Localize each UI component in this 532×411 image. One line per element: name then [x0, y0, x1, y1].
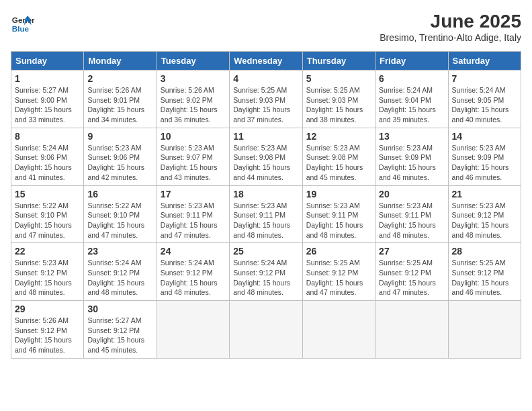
- calendar-cell: 28Sunrise: 5:25 AMSunset: 9:12 PMDayligh…: [448, 243, 521, 301]
- col-monday: Monday: [84, 52, 157, 71]
- day-number: 20: [379, 189, 444, 199]
- day-info: Sunrise: 5:22 AMSunset: 9:10 PMDaylight:…: [15, 201, 80, 240]
- day-number: 28: [452, 246, 517, 257]
- day-number: 23: [87, 246, 152, 257]
- page-header: General Blue June 2025 Bresimo, Trentino…: [11, 11, 521, 43]
- calendar-row: 15Sunrise: 5:22 AMSunset: 9:10 PMDayligh…: [11, 185, 521, 243]
- day-info: Sunrise: 5:25 AMSunset: 9:03 PMDaylight:…: [233, 85, 298, 125]
- main-title: June 2025: [380, 11, 521, 32]
- day-info: Sunrise: 5:24 AMSunset: 9:05 PMDaylight:…: [452, 85, 517, 125]
- logo: General Blue: [11, 11, 35, 35]
- calendar-cell: [448, 301, 521, 359]
- day-number: 30: [87, 304, 152, 314]
- calendar-cell: 1Sunrise: 5:27 AMSunset: 9:00 PMDaylight…: [11, 71, 84, 128]
- day-info: Sunrise: 5:25 AMSunset: 9:03 PMDaylight:…: [306, 85, 371, 125]
- day-info: Sunrise: 5:23 AMSunset: 9:11 PMDaylight:…: [161, 201, 226, 240]
- day-info: Sunrise: 5:23 AMSunset: 9:11 PMDaylight:…: [306, 201, 371, 240]
- day-number: 7: [452, 73, 517, 84]
- day-info: Sunrise: 5:23 AMSunset: 9:11 PMDaylight:…: [233, 201, 298, 240]
- calendar-cell: [230, 301, 302, 359]
- calendar-row: 29Sunrise: 5:26 AMSunset: 9:12 PMDayligh…: [11, 301, 521, 359]
- day-number: 6: [379, 73, 444, 84]
- calendar-cell: 4Sunrise: 5:25 AMSunset: 9:03 PMDaylight…: [230, 71, 302, 128]
- calendar-cell: 14Sunrise: 5:23 AMSunset: 9:09 PMDayligh…: [448, 128, 521, 185]
- calendar-cell: 25Sunrise: 5:24 AMSunset: 9:12 PMDayligh…: [230, 243, 302, 301]
- calendar-cell: 13Sunrise: 5:23 AMSunset: 9:09 PMDayligh…: [375, 128, 448, 185]
- calendar-header-row: Sunday Monday Tuesday Wednesday Thursday…: [11, 52, 521, 71]
- calendar-cell: 17Sunrise: 5:23 AMSunset: 9:11 PMDayligh…: [157, 185, 229, 243]
- calendar-cell: 2Sunrise: 5:26 AMSunset: 9:01 PMDaylight…: [84, 71, 157, 128]
- day-number: 9: [87, 131, 152, 142]
- day-info: Sunrise: 5:23 AMSunset: 9:09 PMDaylight:…: [452, 143, 517, 183]
- day-info: Sunrise: 5:22 AMSunset: 9:10 PMDaylight:…: [87, 201, 152, 240]
- day-number: 2: [87, 73, 152, 84]
- calendar-cell: 15Sunrise: 5:22 AMSunset: 9:10 PMDayligh…: [11, 185, 84, 243]
- calendar-cell: 3Sunrise: 5:26 AMSunset: 9:02 PMDaylight…: [157, 71, 229, 128]
- day-number: 13: [379, 131, 444, 142]
- subtitle: Bresimo, Trentino-Alto Adige, Italy: [380, 32, 521, 43]
- calendar-row: 1Sunrise: 5:27 AMSunset: 9:00 PMDaylight…: [11, 71, 521, 128]
- day-number: 15: [15, 189, 80, 199]
- day-number: 14: [452, 131, 517, 142]
- day-info: Sunrise: 5:26 AMSunset: 9:12 PMDaylight:…: [15, 316, 80, 355]
- day-number: 17: [161, 189, 226, 199]
- calendar-cell: 20Sunrise: 5:23 AMSunset: 9:11 PMDayligh…: [375, 185, 448, 243]
- col-saturday: Saturday: [448, 52, 521, 71]
- calendar-cell: 26Sunrise: 5:25 AMSunset: 9:12 PMDayligh…: [302, 243, 375, 301]
- calendar-cell: 24Sunrise: 5:24 AMSunset: 9:12 PMDayligh…: [157, 243, 229, 301]
- calendar-cell: 30Sunrise: 5:27 AMSunset: 9:12 PMDayligh…: [84, 301, 157, 359]
- calendar-cell: 8Sunrise: 5:24 AMSunset: 9:06 PMDaylight…: [11, 128, 84, 185]
- day-info: Sunrise: 5:24 AMSunset: 9:12 PMDaylight:…: [233, 258, 298, 298]
- day-info: Sunrise: 5:23 AMSunset: 9:12 PMDaylight:…: [15, 258, 80, 298]
- col-friday: Friday: [375, 52, 448, 71]
- svg-text:Blue: Blue: [12, 24, 30, 33]
- day-number: 25: [233, 246, 298, 257]
- calendar-cell: 18Sunrise: 5:23 AMSunset: 9:11 PMDayligh…: [230, 185, 302, 243]
- calendar-cell: 27Sunrise: 5:25 AMSunset: 9:12 PMDayligh…: [375, 243, 448, 301]
- day-number: 1: [15, 73, 80, 84]
- day-number: 21: [452, 189, 517, 199]
- day-info: Sunrise: 5:25 AMSunset: 9:12 PMDaylight:…: [306, 258, 371, 298]
- calendar-cell: 23Sunrise: 5:24 AMSunset: 9:12 PMDayligh…: [84, 243, 157, 301]
- col-sunday: Sunday: [11, 52, 84, 71]
- calendar-cell: 19Sunrise: 5:23 AMSunset: 9:11 PMDayligh…: [302, 185, 375, 243]
- day-number: 19: [306, 189, 371, 199]
- day-number: 22: [15, 246, 80, 257]
- day-number: 18: [233, 189, 298, 199]
- calendar-cell: [157, 301, 229, 359]
- svg-text:General: General: [12, 15, 35, 24]
- day-info: Sunrise: 5:23 AMSunset: 9:08 PMDaylight:…: [233, 143, 298, 183]
- calendar-row: 8Sunrise: 5:24 AMSunset: 9:06 PMDaylight…: [11, 128, 521, 185]
- day-info: Sunrise: 5:25 AMSunset: 9:12 PMDaylight:…: [452, 258, 517, 298]
- calendar-cell: 16Sunrise: 5:22 AMSunset: 9:10 PMDayligh…: [84, 185, 157, 243]
- day-info: Sunrise: 5:26 AMSunset: 9:01 PMDaylight:…: [87, 85, 152, 125]
- day-number: 24: [161, 246, 226, 257]
- day-number: 8: [15, 131, 80, 142]
- calendar-cell: 9Sunrise: 5:23 AMSunset: 9:06 PMDaylight…: [84, 128, 157, 185]
- calendar-cell: 7Sunrise: 5:24 AMSunset: 9:05 PMDaylight…: [448, 71, 521, 128]
- day-info: Sunrise: 5:24 AMSunset: 9:04 PMDaylight:…: [379, 85, 444, 125]
- day-number: 10: [161, 131, 226, 142]
- calendar-cell: 10Sunrise: 5:23 AMSunset: 9:07 PMDayligh…: [157, 128, 229, 185]
- calendar-table: Sunday Monday Tuesday Wednesday Thursday…: [11, 51, 521, 359]
- col-wednesday: Wednesday: [230, 52, 302, 71]
- day-number: 29: [15, 304, 80, 314]
- calendar-cell: 5Sunrise: 5:25 AMSunset: 9:03 PMDaylight…: [302, 71, 375, 128]
- day-number: 4: [233, 73, 298, 84]
- calendar-cell: 22Sunrise: 5:23 AMSunset: 9:12 PMDayligh…: [11, 243, 84, 301]
- day-info: Sunrise: 5:23 AMSunset: 9:11 PMDaylight:…: [379, 201, 444, 240]
- day-info: Sunrise: 5:24 AMSunset: 9:06 PMDaylight:…: [15, 143, 80, 183]
- day-info: Sunrise: 5:24 AMSunset: 9:12 PMDaylight:…: [87, 258, 152, 298]
- col-tuesday: Tuesday: [157, 52, 229, 71]
- logo-icon: General Blue: [11, 11, 35, 35]
- day-number: 5: [306, 73, 371, 84]
- calendar-cell: 29Sunrise: 5:26 AMSunset: 9:12 PMDayligh…: [11, 301, 84, 359]
- day-number: 12: [306, 131, 371, 142]
- day-info: Sunrise: 5:27 AMSunset: 9:12 PMDaylight:…: [87, 316, 152, 355]
- day-number: 26: [306, 246, 371, 257]
- day-info: Sunrise: 5:23 AMSunset: 9:12 PMDaylight:…: [452, 201, 517, 240]
- day-info: Sunrise: 5:25 AMSunset: 9:12 PMDaylight:…: [379, 258, 444, 298]
- calendar-cell: [375, 301, 448, 359]
- day-number: 11: [233, 131, 298, 142]
- calendar-cell: 12Sunrise: 5:23 AMSunset: 9:08 PMDayligh…: [302, 128, 375, 185]
